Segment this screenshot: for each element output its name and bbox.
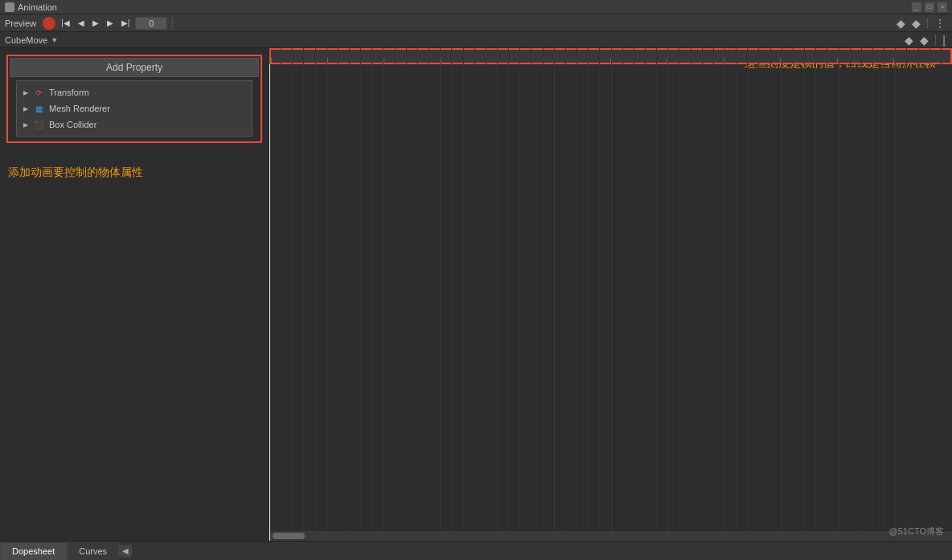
timeline-area[interactable]: 这些刻度是帧的值，白线是当前所在帧 0:000:050:100:150:200:…: [269, 48, 952, 541]
sub-grid-line: [815, 48, 816, 541]
playhead-line: [269, 64, 270, 541]
bottom-bar: Dopesheet Curves ◀ @51CTO博客: [0, 541, 952, 560]
sub-grid-line: [315, 48, 316, 541]
sub-grid-line: [679, 48, 679, 541]
record-button[interactable]: [43, 17, 55, 30]
sub-grid-line: [565, 48, 566, 541]
sub-grid-line: [577, 48, 577, 541]
grid-line: [611, 48, 612, 541]
mesh-arrow: ▶: [23, 105, 28, 112]
keyframe-button[interactable]: ◆: [895, 17, 907, 30]
close-button[interactable]: ×: [938, 2, 947, 12]
sub-grid-line: [406, 48, 407, 541]
sub-grid-line: [292, 48, 293, 541]
sub-grid-line: [634, 48, 634, 541]
sub-grid-line: [599, 48, 600, 541]
title-bar: Animation _ □ ×: [0, 0, 952, 14]
separator2: [927, 18, 928, 29]
dropdown-item-collider[interactable]: ▶ ⬛ Box Collider: [17, 116, 252, 133]
title-text: Animation: [18, 2, 57, 12]
tab-curves[interactable]: Curves: [67, 542, 119, 560]
next-frame-button[interactable]: ▶: [105, 17, 116, 29]
title-bar-left: Animation: [5, 2, 57, 12]
sub-grid-line: [588, 48, 589, 541]
sub-grid-line: [531, 48, 531, 541]
grid-line: [782, 48, 782, 541]
title-bar-right[interactable]: _ □ ×: [912, 2, 947, 12]
clip-dropdown-arrow[interactable]: ▼: [51, 36, 58, 44]
dropdown-item-transform[interactable]: ▶ ⟳ Transform: [17, 84, 252, 100]
clip-keyframe-all-btn[interactable]: ◆: [918, 34, 930, 47]
sub-grid-line: [770, 48, 771, 541]
keyframe-all-button[interactable]: ◆: [910, 17, 922, 30]
sub-grid-line: [850, 48, 851, 541]
dropdown-item-mesh[interactable]: ▶ ▦ Mesh Renderer: [17, 100, 252, 116]
grid-line: [667, 48, 668, 541]
clip-controls: ◆ ◆ |: [903, 34, 947, 47]
grid-line: [724, 48, 725, 541]
grid-line: [839, 48, 839, 541]
sub-grid-line: [622, 48, 623, 541]
sub-grid-line: [941, 48, 942, 541]
sub-grid-line: [303, 48, 304, 541]
sub-grid-line: [451, 48, 452, 541]
grid-lines: [269, 48, 952, 541]
sub-grid-line: [508, 48, 509, 541]
sub-grid-line: [758, 48, 759, 541]
sub-grid-line: [861, 48, 862, 541]
collider-arrow: ▶: [23, 121, 28, 129]
watermark: @51CTO博客: [889, 525, 944, 538]
dropdown-menu: ▶ ⟳ Transform ▶ ▦ Mesh Renderer ▶ ⬛ Box …: [16, 80, 252, 137]
grid-line: [497, 48, 498, 541]
sub-grid-line: [656, 48, 657, 541]
sub-grid-line: [429, 48, 429, 541]
mesh-icon: ▦: [33, 103, 44, 114]
sub-grid-line: [827, 48, 827, 541]
sub-grid-line: [918, 48, 919, 541]
sub-grid-line: [645, 48, 646, 541]
sub-grid-line: [884, 48, 884, 541]
grid-line: [554, 48, 555, 541]
sub-grid-line: [486, 48, 486, 541]
sub-grid-line: [371, 48, 372, 541]
sub-grid-line: [736, 48, 737, 541]
play-button[interactable]: ▶: [90, 17, 101, 29]
sub-grid-line: [804, 48, 805, 541]
frame-input[interactable]: [135, 17, 167, 30]
scroll-left-button[interactable]: ◀: [119, 545, 132, 558]
add-property-button[interactable]: Add Property: [10, 58, 259, 77]
annotation-add-property: 添加动画要控制的物体属性: [0, 149, 269, 196]
sub-grid-line: [360, 48, 361, 541]
clip-keyframe-btn[interactable]: ◆: [903, 34, 915, 47]
scrollbar-thumb[interactable]: [273, 533, 305, 539]
tab-dopesheet[interactable]: Dopesheet: [0, 542, 67, 560]
timeline-scrollbar[interactable]: [269, 531, 952, 541]
minimize-button[interactable]: _: [912, 2, 921, 12]
maximize-button[interactable]: □: [925, 2, 934, 12]
separator: [172, 18, 173, 29]
clip-sep: [935, 35, 936, 46]
clip-options-btn[interactable]: |: [941, 34, 947, 47]
sub-grid-line: [349, 48, 350, 541]
sub-grid-line: [281, 48, 281, 541]
sub-grid-line: [713, 48, 714, 541]
sub-grid-line: [872, 48, 873, 541]
sub-grid-line: [747, 48, 748, 541]
left-panel: Add Property ▶ ⟳ Transform ▶ ▦ Mesh Rend…: [0, 48, 269, 541]
toolbar: Preview |◀ ◀ ▶ ▶ ▶| ◆ ◆ ⋮: [0, 14, 952, 32]
sub-grid-line: [338, 48, 339, 541]
grid-line: [383, 48, 384, 541]
options-button[interactable]: ⋮: [933, 17, 947, 30]
first-frame-button[interactable]: |◀: [59, 17, 72, 29]
last-frame-button[interactable]: ▶|: [119, 17, 133, 29]
prev-frame-button[interactable]: ◀: [76, 17, 87, 29]
transform-icon: ⟳: [33, 87, 44, 98]
sub-grid-line: [417, 48, 418, 541]
clip-row: CubeMove ▼ ◆ ◆ |: [0, 32, 952, 48]
transform-arrow: ▶: [23, 89, 28, 96]
sub-grid-line: [543, 48, 544, 541]
grid-line: [895, 48, 896, 541]
collider-label: Box Collider: [49, 120, 96, 129]
sub-grid-line: [519, 48, 520, 541]
sub-grid-line: [474, 48, 475, 541]
